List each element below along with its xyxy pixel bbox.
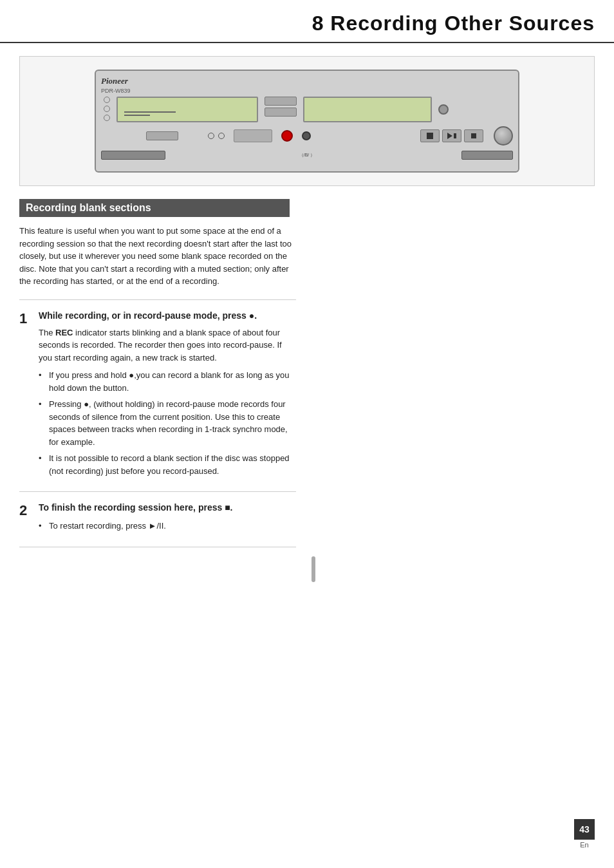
- right-column: [315, 199, 595, 582]
- bullet-1-3: It is not possible to record a blank sec…: [39, 452, 296, 477]
- device-illustration: Pioneer PDR-W839: [19, 56, 595, 186]
- disc-tray-left: [101, 151, 165, 160]
- bullet-1-1: If you press and hold ●,you can record a…: [39, 369, 296, 394]
- step-2-number: 2: [19, 501, 39, 538]
- main-content: Recording blank sections This feature is…: [0, 199, 614, 582]
- page-lang: En: [580, 841, 588, 849]
- divider-2: [19, 491, 296, 492]
- step-1-title: While recording, or in record-pause mode…: [39, 309, 296, 323]
- disc-tray-right: [461, 151, 513, 160]
- device-image: Pioneer PDR-W839: [95, 70, 519, 173]
- section-heading: Recording blank sections: [19, 199, 290, 217]
- divider-1: [19, 299, 296, 300]
- device-model: PDR-W839: [101, 88, 131, 94]
- bullet-2-1: To restart recording, press ►/II.: [39, 520, 296, 533]
- device-logo: Pioneer: [101, 76, 131, 86]
- step-2-title: To finish the recording session here, pr…: [39, 501, 296, 514]
- bullet-1-2: Pressing ●, (without holding) in record-…: [39, 398, 296, 448]
- divider-3: [19, 547, 296, 547]
- step-2: 2 To finish the recording session here, …: [19, 501, 296, 538]
- page-number-area: 43 En: [574, 819, 595, 849]
- record-button: [281, 130, 293, 142]
- step-1-content: While recording, or in record-pause mode…: [39, 309, 296, 483]
- step-1-number: 1: [19, 309, 39, 483]
- page-header: 8 Recording Other Sources: [0, 0, 614, 43]
- side-knob: [438, 104, 449, 115]
- step-1-bullets: If you press and hold ●,you can record a…: [39, 369, 296, 477]
- intro-paragraph: This feature is useful when you want to …: [19, 225, 296, 288]
- page-title: 8 Recording Other Sources: [19, 12, 595, 35]
- play-button-circle: [302, 131, 311, 140]
- volume-dial: [494, 126, 513, 146]
- step-2-content: To finish the recording session here, pr…: [39, 501, 296, 538]
- page-number: 43: [574, 819, 595, 840]
- step-1: 1 While recording, or in record-pause mo…: [19, 309, 296, 483]
- step-1-body: The REC indicator starts blinking and a …: [39, 326, 296, 364]
- step-2-bullets: To restart recording, press ►/II.: [39, 520, 296, 533]
- secondary-display: [303, 97, 432, 122]
- main-display: [116, 97, 258, 122]
